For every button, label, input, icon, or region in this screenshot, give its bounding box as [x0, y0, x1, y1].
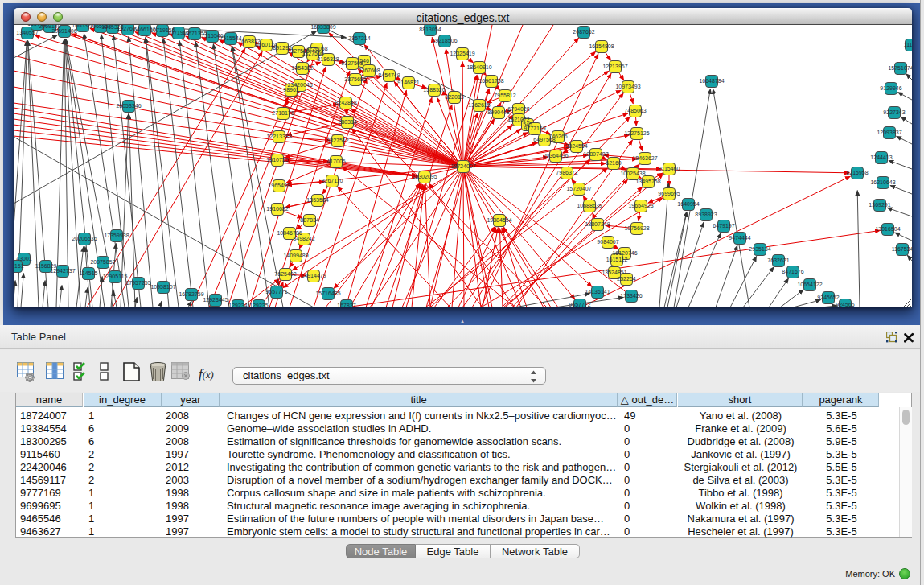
svg-text:8454749: 8454749: [378, 72, 400, 78]
svg-text:1369291: 1369291: [869, 202, 890, 208]
svg-text:43001: 43001: [16, 256, 32, 262]
svg-text:18302095: 18302095: [412, 174, 437, 179]
svg-text:62160: 62160: [606, 160, 622, 166]
svg-text:18724007: 18724007: [450, 163, 475, 169]
svg-text:9115460: 9115460: [659, 166, 680, 171]
svg-text:7485063: 7485063: [624, 108, 646, 113]
svg-text:19218506: 19218506: [432, 38, 457, 43]
svg-text:20206536: 20206536: [72, 236, 97, 241]
svg-text:7625402: 7625402: [274, 271, 296, 277]
svg-text:12213967: 12213967: [602, 64, 627, 69]
svg-text:12093837: 12093837: [877, 130, 901, 135]
svg-text:1327509: 1327509: [302, 51, 323, 56]
svg-text:252254: 252254: [617, 276, 635, 282]
svg-text:1916682: 1916682: [266, 206, 288, 212]
svg-text:12213383: 12213383: [266, 134, 291, 139]
svg-text:8186328: 8186328: [317, 56, 339, 62]
svg-text:16210643: 16210643: [870, 179, 895, 185]
svg-text:1244413: 1244413: [870, 154, 892, 160]
svg-text:7857214: 7857214: [348, 35, 370, 41]
svg-text:16782759: 16782759: [179, 291, 203, 297]
svg-text:17016504: 17016504: [875, 226, 900, 232]
svg-text:10688639: 10688639: [577, 203, 602, 208]
svg-text:9129946: 9129946: [880, 85, 901, 91]
svg-text:15716485: 15716485: [315, 290, 340, 296]
svg-text:16648784: 16648784: [699, 78, 724, 84]
svg-text:114515: 114515: [80, 270, 98, 276]
svg-text:19384554: 19384554: [487, 217, 511, 223]
svg-text:7955812: 7955812: [494, 93, 515, 98]
svg-text:280314: 280314: [338, 119, 356, 125]
svg-text:9777169: 9777169: [524, 126, 545, 131]
svg-text:26053346: 26053346: [116, 103, 141, 109]
svg-text:1167534: 1167534: [892, 246, 912, 252]
svg-text:14914479: 14914479: [301, 273, 326, 278]
svg-text:8990448: 8990448: [487, 109, 509, 115]
svg-text:2087662: 2087662: [573, 29, 594, 35]
svg-text:20975857: 20975857: [90, 259, 115, 265]
svg-text:14136141: 14136141: [585, 289, 610, 295]
svg-text:13495758: 13495758: [635, 179, 660, 184]
svg-text:10973493: 10973493: [615, 84, 640, 89]
svg-text:13524851: 13524851: [602, 270, 626, 275]
svg-text:10958107: 10958107: [150, 284, 175, 290]
svg-text:10654122: 10654122: [797, 282, 822, 287]
svg-text:3875685: 3875685: [344, 76, 366, 82]
svg-text:822013: 822013: [445, 94, 463, 100]
svg-text:1965498: 1965498: [268, 183, 290, 188]
svg-text:2718176: 2718176: [272, 110, 294, 116]
svg-text:20364436: 20364436: [543, 153, 568, 159]
svg-text:167827: 167827: [337, 303, 355, 307]
svg-text:2367608: 2367608: [358, 68, 380, 73]
svg-text:16033809: 16033809: [310, 25, 335, 30]
svg-text:8471676: 8471676: [782, 269, 803, 274]
svg-text:14099489: 14099489: [283, 253, 308, 258]
svg-text:1610755: 1610755: [266, 157, 288, 163]
svg-text:9227343: 9227343: [883, 109, 905, 115]
svg-text:546: 546: [359, 58, 369, 64]
svg-text:1340557: 1340557: [16, 30, 38, 35]
svg-text:9084067: 9084067: [597, 239, 618, 245]
svg-text:6794028: 6794028: [507, 106, 529, 112]
svg-text:1054382: 1054382: [291, 65, 313, 71]
svg-text:1588520: 1588520: [423, 87, 445, 93]
svg-text:10025438: 10025438: [620, 171, 645, 176]
svg-text:98961: 98961: [283, 87, 299, 93]
svg-text:129235: 129235: [249, 303, 268, 307]
svg-text:9146821: 9146821: [397, 80, 419, 85]
svg-text:8938923: 8938923: [695, 212, 717, 217]
svg-text:1733426: 1733426: [620, 293, 642, 299]
svg-text:12905115: 12905115: [103, 274, 128, 279]
svg-text:17359938: 17359938: [104, 233, 129, 238]
svg-text:7986372: 7986372: [556, 170, 577, 175]
svg-text:12275125: 12275125: [624, 130, 649, 136]
svg-text:8267110: 8267110: [322, 178, 343, 183]
svg-text:10807487: 10807487: [583, 151, 608, 157]
svg-text:6497568: 6497568: [533, 137, 555, 142]
svg-text:1615112: 1615112: [606, 257, 628, 262]
svg-text:17957255: 17957255: [125, 280, 150, 286]
svg-text:12923445: 12923445: [203, 297, 228, 303]
svg-text:9657772: 9657772: [569, 302, 590, 307]
svg-text:16120746: 16120746: [612, 250, 637, 256]
svg-text:16154808: 16154808: [589, 43, 614, 49]
svg-text:8215958: 8215958: [846, 170, 868, 175]
svg-text:887834: 887834: [300, 217, 318, 223]
svg-text:15720407: 15720407: [566, 186, 591, 192]
svg-text:6479197: 6479197: [713, 223, 734, 229]
svg-text:417006: 417006: [326, 159, 345, 164]
svg-text:12942737: 12942737: [50, 268, 75, 274]
svg-text:8242848: 8242848: [335, 100, 356, 105]
svg-text:1353584: 1353584: [306, 197, 328, 203]
svg-text:19654923: 19654923: [628, 203, 653, 208]
svg-text:18463627: 18463627: [632, 155, 657, 161]
svg-text:39151: 39151: [14, 263, 24, 269]
svg-text:1640954: 1640954: [677, 201, 699, 207]
svg-text:11171: 11171: [904, 42, 912, 47]
svg-text:18640910: 18640910: [466, 64, 491, 70]
svg-text:9474444: 9474444: [729, 235, 750, 241]
svg-text:9699695: 9699695: [658, 191, 680, 196]
svg-text:9657771: 9657771: [265, 289, 287, 295]
svg-text:9827512: 9827512: [326, 138, 348, 143]
svg-text:10046786: 10046786: [277, 230, 302, 236]
